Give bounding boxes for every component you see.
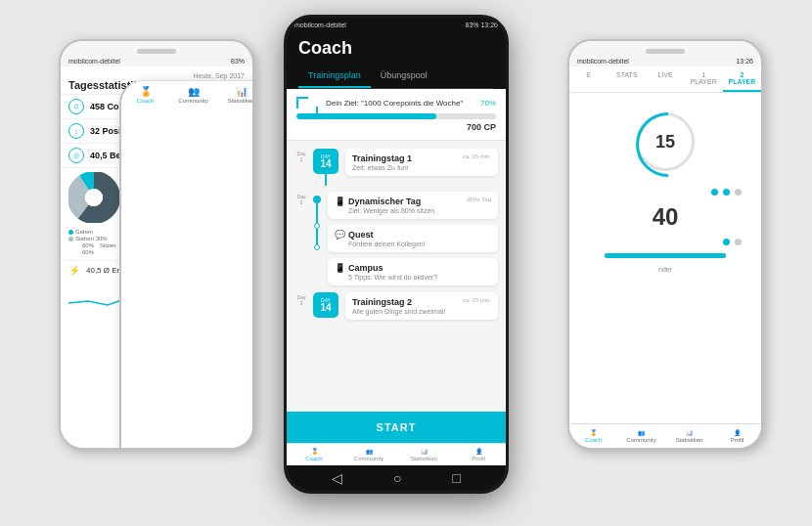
day1-card[interactable]: Trainingstag 1 Zeit: etwas Zu fun! ca. 3…	[345, 149, 498, 176]
center-carrier: mobilcom-debitel	[294, 22, 346, 28]
right-nav-profil[interactable]: 👤Profil	[713, 427, 761, 445]
right-tab-2player[interactable]: 2PLAYER	[723, 66, 761, 92]
svg-point-3	[85, 189, 103, 206]
goal-banner: Dein Ziel: "1000 Corepoints die Woche" 7…	[287, 89, 506, 141]
right-content: 15 40	[569, 93, 761, 423]
dots-row	[579, 189, 751, 196]
center-title: Coach	[298, 38, 494, 59]
dot-1	[711, 189, 718, 196]
day1-badge: DAY 14	[313, 149, 338, 174]
day1-sub: Zeit: etwas Zu fun!	[352, 164, 412, 171]
right-time: 13:26	[736, 58, 753, 65]
left-signal: 83%	[231, 58, 245, 65]
bewegungen-icon: ◎	[68, 148, 84, 163]
center-bottom-nav: 🏅 Coach 👥 Community 📊 Statistiken 👤 Prof…	[287, 443, 506, 465]
center-nav-statistiken[interactable]: 📊 Statistiken	[396, 448, 451, 461]
day3-sub: Alle guten Dinge sind zweimal!	[352, 308, 445, 315]
day1-title: Trainingstag 1	[352, 153, 412, 163]
phones-container: mobilcom-debitel 83% Heute, Sep 2017 Tag…	[0, 0, 812, 526]
dynamic-time: Ø/Ihr Tag	[467, 197, 491, 202]
day3-section: Day3 DAY 14 Trainingstag 2 Alle	[287, 290, 506, 325]
left-carrier: mobilcom-debitel	[68, 58, 120, 65]
day1-time: ca. 35 min.	[463, 153, 491, 159]
phone-center: mobilcom-debitel 83% 13:26 Coach Trainin…	[284, 15, 509, 494]
campus-icon: 📱	[335, 263, 345, 273]
day3-time: ca. 35 min.	[463, 297, 491, 303]
right-status-bar: mobilcom-debitel 13:26	[569, 56, 761, 66]
dot-4	[723, 239, 730, 245]
recents-btn[interactable]: □	[453, 470, 461, 486]
quest-title: Quest	[348, 230, 426, 240]
center-nav-profil[interactable]: 👤 Profil	[451, 448, 506, 461]
score-circle-15: 15	[636, 112, 695, 171]
energy-icon: ⚡	[68, 265, 80, 276]
day2-cards: 📱 Dynamischer Tag Ziel: Weniger als 80% …	[328, 192, 498, 288]
right-tab-live[interactable]: LIVE	[646, 66, 684, 92]
teal-bar	[605, 253, 725, 258]
pie-chart	[68, 172, 119, 223]
day2-card-campus[interactable]: 📱 Campus 5 Tipps: Wie wirst du aktiver?	[328, 258, 498, 285]
phone-right: mobilcom-debitel 13:26 E STATS LIVE 1PLA…	[567, 39, 763, 450]
campus-sub: 5 Tipps: Wie wirst du aktiver?	[348, 274, 437, 281]
score-40: 40	[653, 203, 679, 231]
day3-title: Trainingstag 2	[352, 297, 445, 307]
day3-card[interactable]: Trainingstag 2 Alle guten Dinge sind zwe…	[345, 292, 498, 320]
back-btn[interactable]: ◁	[332, 470, 342, 486]
left-status-bar: mobilcom-debitel 83%	[61, 56, 252, 66]
day2-card-quest[interactable]: 💬 Quest Fordere deinen Kollegen!	[328, 225, 498, 252]
position-icon: ↕	[68, 123, 84, 139]
right-carrier: mobilcom-debitel	[577, 58, 629, 65]
day2-dot1	[313, 196, 321, 203]
left-speaker	[137, 49, 176, 54]
center-content: Dein Ziel: "1000 Corepoints die Woche" 7…	[287, 89, 506, 443]
day3-badge: DAY 14	[313, 292, 338, 318]
community-icon: 👥	[366, 448, 373, 455]
statistiken-icon: 📊	[421, 448, 428, 455]
left-nav-coach[interactable]: 🏅 Coach	[121, 84, 169, 448]
center-status-bar: mobilcom-debitel 83% 13:26	[287, 18, 506, 32]
left-nav-community[interactable]: 👥 Community	[169, 84, 217, 448]
dot-3	[735, 189, 742, 196]
tab-trainingsplan[interactable]: Trainingsplan	[298, 65, 371, 88]
goal-percent: 70%	[480, 99, 496, 108]
goal-bracket-icon	[296, 97, 308, 109]
dynamic-sub: Ziel: Weniger als 80% sitzen	[348, 207, 434, 214]
day1-label: Day1	[294, 149, 308, 162]
day2-line2	[316, 229, 318, 244]
campus-title: Campus	[348, 263, 437, 273]
corepoints-icon: ⊙	[68, 99, 84, 114]
day2-dot3	[314, 244, 320, 250]
left-bottom-nav: 🏅 Coach 👥 Community 📊 Statistiken 👤 Prof…	[119, 80, 252, 448]
home-btn[interactable]: ○	[393, 470, 401, 486]
goal-title: Dein Ziel: "1000 Corepoints die Woche"	[326, 99, 463, 108]
left-date: Heute, Sep 2017	[68, 72, 245, 79]
right-nav-coach[interactable]: 🏅Coach	[569, 427, 617, 445]
right-nav-statistiken[interactable]: 📊Statistiken	[665, 427, 713, 445]
dots-row-2	[579, 239, 751, 245]
right-tab-e[interactable]: E	[569, 66, 608, 92]
center-nav-community[interactable]: 👥 Community	[341, 448, 396, 461]
right-tab-stats[interactable]: STATS	[608, 66, 646, 92]
day2-line1	[316, 203, 318, 223]
dot-2	[723, 189, 730, 196]
score-15: 15	[655, 132, 675, 153]
left-nav-statistiken[interactable]: 📊 Statistiken	[217, 84, 252, 448]
day2-card-dynamic[interactable]: 📱 Dynamischer Tag Ziel: Weniger als 80% …	[328, 192, 498, 219]
day1-connector	[325, 174, 327, 186]
day2-label: Day2	[294, 192, 308, 205]
phone-left: mobilcom-debitel 83% Heute, Sep 2017 Tag…	[59, 39, 254, 450]
day2-timeline	[313, 192, 321, 250]
right-tabs: E STATS LIVE 1PLAYER 2PLAYER	[569, 66, 761, 93]
center-nav-coach[interactable]: 🏅 Coach	[287, 448, 341, 461]
dynamic-icon: 📱	[335, 197, 345, 206]
profil-icon: 👤	[475, 448, 482, 455]
day1-section: Day1 DAY 14 Trainingstag 1	[287, 145, 506, 190]
goal-cp: 700 CP	[296, 122, 496, 132]
right-speaker	[646, 49, 685, 54]
center-header: Coach Trainingsplan Übungspool	[287, 32, 506, 89]
right-tab-1player[interactable]: 1PLAYER	[685, 66, 723, 92]
start-button[interactable]: START	[287, 412, 506, 443]
center-tabs: Trainingsplan Übungspool	[298, 65, 494, 89]
tab-uebungspool[interactable]: Übungspool	[371, 65, 437, 88]
right-nav-community[interactable]: 👥Community	[617, 427, 665, 445]
